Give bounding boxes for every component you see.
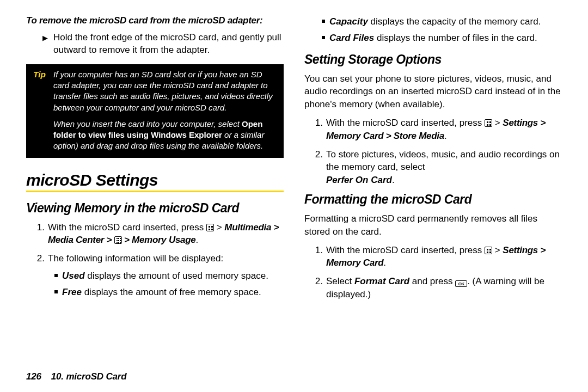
step-number: 1.	[313, 244, 323, 270]
step-body: With the microSD card inserted, press > …	[326, 117, 562, 143]
info-used: Used displays the amount of used memory …	[54, 270, 284, 283]
label: Used	[62, 271, 85, 281]
storage-step-1: 1. With the microSD card inserted, press…	[313, 117, 562, 143]
text: With the microSD card inserted, press	[326, 245, 485, 255]
dot: .	[383, 258, 386, 268]
step-number: 2.	[313, 275, 323, 301]
gt: >	[214, 222, 224, 232]
format-intro: Formatting a microSD card permanently re…	[304, 212, 562, 238]
info-free: Free displays the amount of free memory …	[54, 286, 284, 299]
info-list: Used displays the amount of used memory …	[48, 270, 284, 299]
triangle-bullet-icon: ▶	[42, 33, 48, 57]
storage-steps: 1. With the microSD card inserted, press…	[304, 117, 562, 187]
desc: displays the number of files in the card…	[374, 33, 537, 43]
section-heading-microsd-settings: microSD Settings	[26, 171, 284, 192]
viewing-step-2: 2. The following information will be dis…	[35, 252, 284, 302]
format-step-2: 2. Select Format Card and press . (A war…	[313, 275, 562, 301]
apps-icon	[114, 236, 122, 244]
menu-icon	[485, 247, 492, 254]
step-number: 2.	[313, 148, 323, 187]
menu-icon	[485, 119, 492, 127]
dot: .	[444, 131, 447, 141]
step-number: 1.	[313, 117, 323, 143]
step-body: To store pictures, videos, music, and au…	[326, 148, 562, 187]
format-step-1: 1. With the microSD card inserted, press…	[313, 244, 562, 270]
storage-step-2: 2. To store pictures, videos, music, and…	[313, 148, 562, 187]
text: Select	[326, 276, 354, 286]
text: and press	[409, 276, 455, 286]
step-body: With the microSD card inserted, press > …	[326, 244, 562, 270]
gt: >	[492, 245, 503, 255]
ok-button-icon	[455, 280, 467, 287]
remove-lead: To remove the microSD card from the micr…	[26, 15, 284, 26]
manual-page: To remove the microSD card from the micr…	[0, 0, 588, 392]
viewing-step-1: 1. With the microSD card inserted, press…	[35, 221, 284, 247]
page-number: 126	[26, 371, 41, 382]
subheading-storage-options: Setting Storage Options	[304, 52, 562, 67]
text: With the microSD card inserted, press	[48, 222, 206, 232]
step-body: The following information will be displa…	[48, 252, 284, 302]
text: To store pictures, videos, music, and au…	[326, 149, 560, 173]
info-capacity: Capacity displays the capacity of the me…	[322, 15, 562, 28]
dot: .	[392, 175, 395, 185]
desc: displays the amount of free memory space…	[82, 287, 261, 297]
text: The following information will be displa…	[48, 253, 223, 264]
text: With the microSD card inserted, press	[326, 118, 485, 128]
tip-paragraph-2: When you insert the card into your compu…	[53, 119, 277, 152]
option: Format Card	[354, 276, 409, 286]
storage-intro: You can set your phone to store pictures…	[304, 72, 562, 111]
label: Free	[62, 287, 82, 297]
format-steps: 1. With the microSD card inserted, press…	[304, 244, 562, 301]
tip-label: Tip	[33, 69, 46, 152]
path-b: > Memory Usage	[122, 235, 196, 245]
label: Capacity	[329, 16, 368, 27]
menu-icon	[206, 224, 214, 231]
remove-step-text: Hold the front edge of the microSD card,…	[53, 32, 284, 57]
subheading-formatting: Formatting the microSD Card	[304, 192, 562, 207]
tip-box: Tip If your computer has an SD card slot…	[26, 64, 284, 158]
info-card-files: Card Files displays the number of files …	[322, 32, 562, 45]
tip-body: If your computer has an SD card slot or …	[53, 69, 277, 152]
tip-p2-a: When you insert the card into your compu…	[53, 119, 242, 128]
two-column-layout: To remove the microSD card from the micr…	[26, 15, 562, 364]
page-footer: 126 10. microSD Card	[26, 371, 562, 382]
subheading-viewing-memory: Viewing Memory in the microSD Card	[26, 201, 284, 216]
step-number: 2.	[35, 252, 45, 302]
gt: >	[492, 118, 503, 128]
label: Card Files	[329, 33, 374, 43]
left-column: To remove the microSD card from the micr…	[26, 15, 284, 364]
step-number: 1.	[35, 221, 45, 247]
chapter-title: 10. microSD Card	[51, 371, 127, 382]
right-column: Capacity displays the capacity of the me…	[304, 15, 562, 364]
desc: displays the amount of used memory space…	[85, 271, 268, 281]
step-body: Select Format Card and press . (A warnin…	[326, 275, 562, 301]
desc: displays the capacity of the memory card…	[368, 16, 541, 27]
remove-step: ▶ Hold the front edge of the microSD car…	[26, 32, 284, 57]
info-list-cont: Capacity displays the capacity of the me…	[304, 15, 562, 45]
viewing-steps: 1. With the microSD card inserted, press…	[26, 221, 284, 302]
tip-paragraph-1: If your computer has an SD card slot or …	[53, 69, 277, 113]
step-body: With the microSD card inserted, press > …	[48, 221, 284, 247]
option: Perfer On Card	[326, 175, 392, 185]
